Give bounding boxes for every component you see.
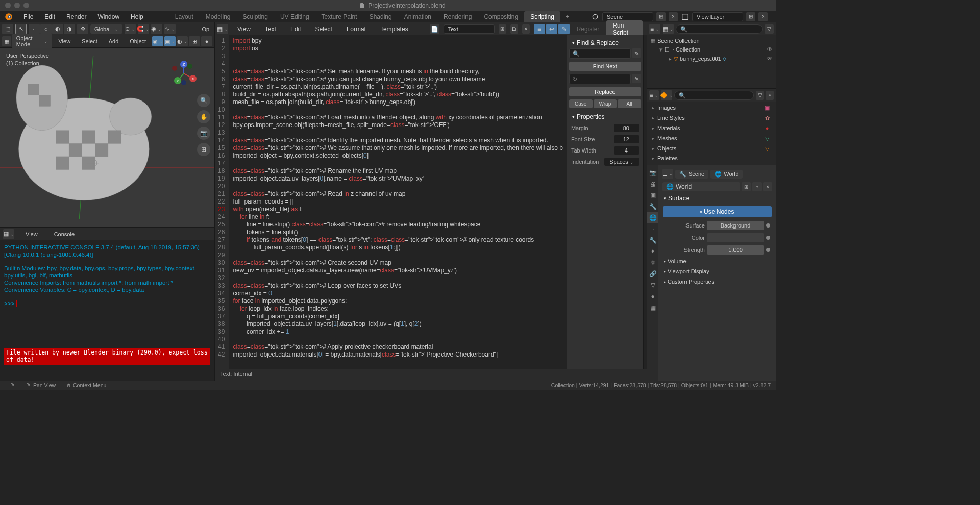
menu-render[interactable]: Render <box>61 12 91 22</box>
text-name-input[interactable] <box>444 24 495 34</box>
browser-objects[interactable]: Objects▽ <box>649 143 774 154</box>
code-content[interactable]: import bpyimport os class=class="tok-str… <box>229 35 567 369</box>
texteditor-type-button[interactable]: ▦ <box>217 24 228 34</box>
prop-tab-modifier[interactable]: 🔧 <box>647 235 658 246</box>
text-menu-text[interactable]: Text <box>260 24 281 34</box>
world-datablock[interactable]: 🌐 World <box>662 182 740 191</box>
text-new-button[interactable]: 🗋 <box>510 24 518 34</box>
camera-icon[interactable]: 📷 <box>197 127 210 140</box>
properties-header[interactable]: Properties <box>569 111 641 122</box>
outliner-scene-collection[interactable]: ▦ Scene Collection <box>649 36 774 45</box>
outliner-filter-button[interactable]: ▽ <box>765 24 774 34</box>
browser-filter-button[interactable]: ▽ <box>756 91 764 100</box>
prop-tab-world[interactable]: 🌐 <box>647 212 658 223</box>
prop-tab-output[interactable]: 🖨 <box>647 179 658 190</box>
line-numbers-toggle[interactable]: ≡ <box>534 24 545 34</box>
viewport-display-section[interactable]: Viewport Display <box>660 266 774 276</box>
navigation-gizmo[interactable]: X Y Z <box>168 58 199 89</box>
browser-filter2-button[interactable]: ▫ <box>766 91 774 100</box>
margin-value[interactable]: 80 <box>614 124 639 132</box>
xray-toggle[interactable]: ▣ <box>164 36 176 46</box>
select-lasso-icon[interactable]: ◐ <box>52 24 63 34</box>
scene-delete-button[interactable]: × <box>669 12 678 21</box>
console-output[interactable]: PYTHON INTERACTIVE CONSOLE 3.7.4 (defaul… <box>0 240 214 381</box>
move-tool-icon[interactable]: ✥ <box>77 24 88 34</box>
menu-window[interactable]: Window <box>92 12 125 22</box>
prop-tab-constraint[interactable]: 🔗 <box>647 268 658 280</box>
console-editor-type[interactable]: ▦ <box>3 229 14 239</box>
replace-button[interactable]: Replace <box>569 87 641 96</box>
prop-tab-particle[interactable]: ✦ <box>647 246 658 257</box>
code-editor[interactable]: 1234567891011121314151617181920212223242… <box>215 35 647 369</box>
prop-tab-viewlayer[interactable]: ▣ <box>647 190 658 201</box>
menu-help[interactable]: Help <box>126 12 149 22</box>
outliner-search[interactable] <box>676 24 763 34</box>
text-menu-view[interactable]: View <box>232 24 256 34</box>
outliner-editor-type[interactable]: ≡ <box>649 24 660 34</box>
workspace-tab-layout[interactable]: Layout <box>169 11 200 22</box>
browser-materials[interactable]: Materials● <box>649 123 774 133</box>
orientation-dropdown[interactable]: Global <box>90 24 122 34</box>
browser-images[interactable]: Images▣ <box>649 103 774 113</box>
zoom-icon[interactable]: 🔍 <box>197 94 210 107</box>
cursor-tool[interactable]: ↖ <box>15 24 27 34</box>
mode-dropdown[interactable]: Object Mode <box>12 34 53 49</box>
replace-eyedropper[interactable]: ✎ <box>632 74 641 83</box>
text-menu-templates[interactable]: Templates <box>375 24 413 34</box>
shading-solid-icon[interactable]: ● <box>201 36 212 46</box>
console-menu-view[interactable]: View <box>20 230 43 239</box>
workspace-tab-sculpting[interactable]: Sculpting <box>237 11 274 22</box>
color-swatch[interactable] <box>707 233 764 242</box>
syntax-highlight-toggle[interactable]: ✎ <box>558 24 570 34</box>
editor-type-button[interactable]: ⬚ <box>2 24 13 34</box>
surface-node-socket[interactable] <box>766 223 770 228</box>
pan-icon[interactable]: ✋ <box>197 110 210 123</box>
layer-browse-button[interactable]: ⊞ <box>746 12 755 21</box>
breadcrumb-scene[interactable]: 🔧 Scene <box>675 170 708 179</box>
outliner-collection[interactable]: ▾ ☐ ▫ Collection 👁 <box>649 45 774 54</box>
color-node-socket[interactable] <box>766 236 770 240</box>
workspace-tab-scripting[interactable]: Scripting <box>524 11 560 22</box>
surface-section-header[interactable]: Surface <box>660 193 774 204</box>
prop-tab-physics[interactable]: ⚛ <box>647 257 658 268</box>
workspace-add-button[interactable]: + <box>560 11 574 22</box>
pivot-dropdown[interactable]: ⊙ <box>125 24 136 34</box>
close-window-button[interactable] <box>5 3 11 8</box>
browser-search[interactable] <box>674 91 754 100</box>
prop-tab-data[interactable]: ▽ <box>647 280 658 291</box>
workspace-tab-animation[interactable]: Animation <box>398 11 437 22</box>
case-toggle[interactable]: Case <box>569 99 593 108</box>
outliner-object-bunny[interactable]: ▸ ▽ bunny_ceps.001 ◊ 👁 <box>649 54 774 63</box>
props-editor-type[interactable]: ☰ <box>662 169 673 179</box>
replace-input[interactable] <box>569 74 631 84</box>
scene-browse-button[interactable]: ⊞ <box>656 12 666 21</box>
text-browse-button[interactable]: ⊞ <box>499 24 506 34</box>
workspace-tab-compositing[interactable]: Compositing <box>478 11 524 22</box>
register-checkbox[interactable]: Register <box>574 26 603 33</box>
indentation-value[interactable]: Spaces <box>604 158 639 166</box>
browser-display-mode[interactable]: 🔶 <box>661 90 672 100</box>
viewport-canvas[interactable]: User Perspective (1) Collection X Y Z <box>0 48 214 227</box>
workspace-tab-shading[interactable]: Shading <box>363 11 398 22</box>
options-button[interactable]: Op <box>199 24 212 34</box>
prop-tab-texture[interactable]: ▦ <box>647 302 658 313</box>
world-unlink[interactable]: × <box>763 182 772 191</box>
find-eyedropper[interactable]: ✎ <box>632 48 641 58</box>
custom-properties-section[interactable]: Custom Properties <box>660 276 774 287</box>
tabwidth-value[interactable]: 4 <box>614 146 639 155</box>
use-nodes-button[interactable]: ▫ Use Nodes <box>663 206 772 217</box>
3d-viewport[interactable]: ⬚ ↖ ▫ ○ ◐ ◑ ✥ Global ⊙ 🧲 ◉ ∿ Op ▦ Object… <box>0 22 214 228</box>
viewport-menu-select[interactable]: Select <box>77 37 103 46</box>
surface-shader-dropdown[interactable]: Background <box>707 221 764 230</box>
editor-type-selector[interactable]: ▦ <box>2 36 11 46</box>
prop-tab-scene[interactable]: 🔧 <box>647 201 658 212</box>
maximize-window-button[interactable] <box>23 3 29 8</box>
select-box-icon[interactable]: ▫ <box>29 24 40 34</box>
curve-dropdown[interactable]: ∿ <box>164 24 176 34</box>
strength-value[interactable]: 1.000 <box>707 245 764 255</box>
perspective-icon[interactable]: ⊞ <box>197 143 210 156</box>
world-browse[interactable]: ⊞ <box>742 182 751 191</box>
overlays-toggle[interactable]: ◉ <box>152 36 163 46</box>
world-new[interactable]: ○ <box>752 182 762 191</box>
prop-tab-object[interactable]: ▫ <box>647 223 658 235</box>
